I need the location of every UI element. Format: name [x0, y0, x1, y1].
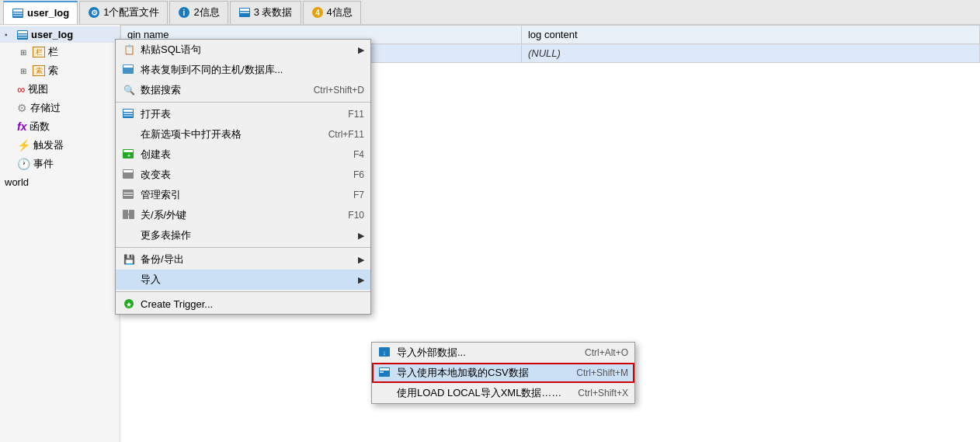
import-arrow: ▶ [358, 275, 364, 285]
tab-info4[interactable]: 4 4信息 [303, 1, 361, 24]
menu-item-backup[interactable]: 💾 备份/导出 ▶ [116, 249, 370, 270]
svg-rect-14 [18, 31, 27, 33]
svg-text:↓: ↓ [383, 349, 387, 357]
import-ext-icon: ↓ [378, 346, 392, 359]
import-csv-icon [378, 367, 392, 379]
menu-manage-idx-shortcut: F7 [353, 190, 364, 200]
trigger-icon: ★ [122, 298, 136, 310]
menu-item-open-table[interactable]: 打开表 F11 [116, 104, 370, 124]
svg-rect-40 [380, 371, 384, 373]
tab-table-icon [12, 7, 24, 19]
sidebar-trig-label: 触发器 [33, 138, 64, 152]
submenu-import-xml-shortcut: Ctrl+Shift+X [578, 388, 628, 398]
svg-rect-22 [123, 115, 133, 117]
import-icon [122, 273, 136, 286]
paste-sql-arrow: ▶ [358, 45, 364, 55]
menu-fk-shortcut: F10 [348, 210, 364, 221]
tab-tabledata[interactable]: 3 表数据 [230, 1, 301, 24]
submenu-item-import-ext[interactable]: ↓ 导入外部数据... Ctrl+Alt+O [372, 343, 634, 363]
menu-open-table-label: 打开表 [141, 107, 343, 121]
menu-item-open-tab[interactable]: 在新选项卡中打开表格 Ctrl+F11 [116, 124, 370, 144]
sidebar-view-icon: ∞ [17, 83, 25, 96]
menu-item-create-table[interactable]: + 创建表 F4 [116, 144, 370, 165]
sidebar-cols-icon: 栏 [33, 47, 45, 57]
tab-user-log[interactable]: user_log [3, 1, 78, 24]
open-table-icon [122, 108, 136, 120]
sidebar-user-log-label: user_log [31, 29, 73, 40]
sidebar-item-cols[interactable]: ⊞ 栏 栏 [16, 43, 120, 61]
sidebar-item-view[interactable]: ∞ 视图 [0, 80, 120, 99]
svg-rect-3 [13, 15, 23, 16]
manage-idx-icon [122, 189, 136, 201]
svg-rect-20 [123, 110, 133, 112]
menu-backup-label: 备份/导出 [141, 252, 353, 266]
sidebar-world-label[interactable]: world [0, 173, 120, 191]
svg-rect-16 [18, 37, 27, 38]
menu-item-import[interactable]: 导入 ▶ [116, 270, 370, 290]
import-xml-icon [378, 387, 392, 399]
tab-label-user-log: user_log [27, 7, 69, 19]
menu-item-paste-sql[interactable]: 📋 粘贴SQL语句 ▶ [116, 40, 370, 60]
sidebar-expand-idx: ⊞ [20, 67, 30, 75]
sidebar-item-ev[interactable]: 🕐 事件 [0, 155, 120, 173]
sidebar-item-trig[interactable]: ⚡ 触发器 [0, 136, 120, 155]
menu-item-manage-idx[interactable]: 管理索引 F7 [116, 185, 370, 205]
submenu-import[interactable]: ↓ 导入外部数据... Ctrl+Alt+O 导入使用本地加载的CSV数据 Ct… [371, 342, 635, 404]
submenu-item-import-csv[interactable]: 导入使用本地加载的CSV数据 Ctrl+Shift+M [372, 363, 634, 383]
context-menu[interactable]: 📋 粘贴SQL语句 ▶ 将表复制到不同的主机/数据库... 🔍 数据搜索 Ctr… [115, 39, 371, 315]
sidebar-fn-icon: fx [17, 120, 26, 133]
submenu-item-import-xml[interactable]: 使用LOAD LOCAL导入XML数据…… Ctrl+Shift+X [372, 383, 634, 403]
alter-table-icon [122, 169, 136, 181]
menu-search-data-shortcut: Ctrl+Shift+D [314, 85, 364, 96]
submenu-import-csv-label: 导入使用本地加载的CSV数据 [397, 366, 572, 380]
svg-rect-28 [123, 190, 134, 199]
tab-info2[interactable]: i 2信息 [169, 1, 228, 24]
tab-config-icon: ⚙ [88, 6, 100, 19]
sidebar-user-log: ▪ user_log [0, 26, 120, 43]
col-header-log-content: log content [521, 26, 979, 44]
svg-rect-39 [380, 368, 389, 371]
svg-rect-30 [123, 195, 133, 196]
svg-text:4: 4 [315, 9, 320, 17]
paste-icon: 📋 [122, 44, 136, 56]
submenu-import-csv-shortcut: Ctrl+Shift+M [576, 367, 628, 378]
menu-item-search-data[interactable]: 🔍 数据搜索 Ctrl+Shift+D [116, 80, 370, 100]
backup-icon: 💾 [122, 253, 136, 266]
menu-open-table-shortcut: F11 [348, 109, 364, 120]
menu-more-ops-label: 更多表操作 [141, 228, 353, 242]
more-ops-arrow: ▶ [358, 231, 364, 241]
sidebar: ▪ user_log ⊞ 栏 栏 ⊞ 索 索 ∞ 视图 ⚙ 存储过 [0, 25, 120, 442]
svg-rect-27 [123, 170, 133, 172]
submenu-import-xml-label: 使用LOAD LOCAL导入XML数据…… [397, 386, 573, 400]
svg-rect-1 [13, 9, 23, 12]
menu-paste-sql-label: 粘贴SQL语句 [141, 43, 353, 57]
tab-label-info4: 4信息 [327, 5, 353, 19]
menu-open-tab-label: 在新选项卡中打开表格 [141, 127, 324, 141]
menu-create-table-label: 创建表 [141, 148, 349, 162]
sidebar-table-icon [17, 30, 28, 40]
submenu-import-ext-label: 导入外部数据... [397, 346, 580, 360]
tab-label-tabledata: 3 表数据 [254, 5, 293, 19]
search-data-icon: 🔍 [122, 84, 136, 96]
menu-alter-table-shortcut: F6 [353, 169, 364, 180]
svg-rect-31 [123, 210, 128, 219]
menu-alter-table-label: 改变表 [141, 168, 349, 182]
menu-item-fk[interactable]: 关/系/外键 F10 [116, 205, 370, 225]
submenu-import-ext-shortcut: Ctrl+Alt+O [585, 347, 628, 358]
sidebar-item-fn[interactable]: fx 函数 [0, 117, 120, 136]
menu-search-data-label: 数据搜索 [141, 83, 309, 97]
menu-item-alter-table[interactable]: 改变表 F6 [116, 165, 370, 185]
menu-item-create-trigger[interactable]: ★ Create Trigger... [116, 294, 370, 314]
menu-item-more-ops[interactable]: 更多表操作 ▶ [116, 225, 370, 245]
sidebar-item-sp[interactable]: ⚙ 存储过 [0, 99, 120, 117]
sidebar-item-idx[interactable]: ⊞ 索 索 [16, 61, 120, 80]
svg-rect-29 [123, 193, 133, 193]
tab-config[interactable]: ⚙ 1个配置文件 [79, 1, 168, 24]
sidebar-sp-icon: ⚙ [17, 102, 27, 114]
more-ops-icon [122, 229, 136, 242]
menu-item-copy-table[interactable]: 将表复制到不同的主机/数据库... [116, 60, 370, 80]
tab-bar: user_log ⚙ 1个配置文件 i 2信息 3 表数据 4 4信息 [0, 0, 980, 25]
sidebar-sp-label: 存储过 [30, 101, 61, 115]
fk-icon [122, 209, 136, 221]
svg-rect-32 [129, 210, 134, 219]
